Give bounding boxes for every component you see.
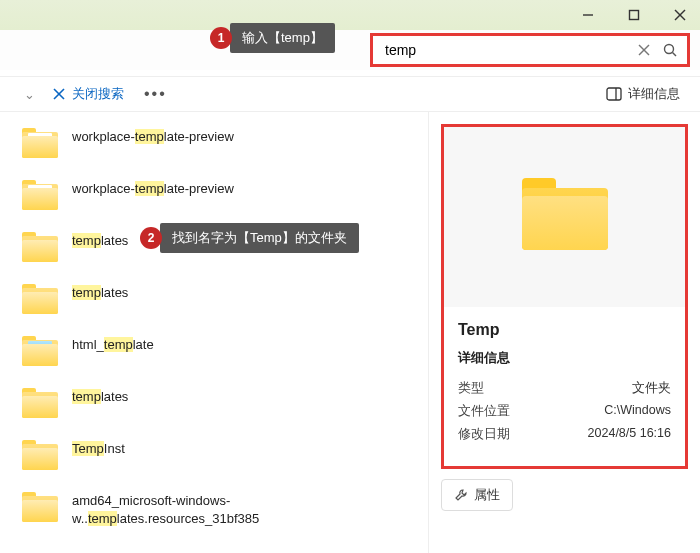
step-badge: 2 [140, 227, 162, 249]
list-item[interactable]: amd64_microsoft-windows-w..templates.res… [18, 486, 418, 542]
close-search-label: 关闭搜索 [72, 85, 124, 103]
search-results-list[interactable]: workplace-template-previewworkplace-temp… [0, 112, 428, 553]
list-item[interactable]: workplace-template-preview [18, 122, 418, 174]
file-name-label: workplace-template-preview [72, 128, 234, 146]
list-item[interactable]: templates [18, 278, 418, 330]
svg-point-6 [665, 45, 674, 54]
file-name-label: templates [72, 232, 128, 250]
preview-thumbnail [444, 127, 685, 307]
file-name-label: templates [72, 284, 128, 302]
folder-icon [522, 182, 608, 252]
close-icon [52, 87, 66, 101]
step-text: 找到名字为【Temp】的文件夹 [160, 223, 359, 253]
details-icon [606, 87, 622, 101]
wrench-icon [454, 488, 468, 502]
folder-icon [22, 130, 58, 160]
folder-icon [22, 390, 58, 420]
close-search-button[interactable]: 关闭搜索 [52, 85, 124, 103]
search-input[interactable] [385, 42, 631, 58]
info-label: 修改日期 [458, 426, 510, 443]
details-pane-button[interactable]: 详细信息 [606, 85, 680, 103]
step-badge: 1 [210, 27, 232, 49]
annotation-step-1: 1 输入【temp】 [210, 23, 335, 53]
preview-section-title: 详细信息 [458, 349, 671, 367]
info-value: 文件夹 [632, 380, 671, 397]
svg-rect-1 [630, 11, 639, 20]
info-row-location: 文件位置 C:\Windows [458, 400, 671, 423]
file-name-label: amd64_microsoft-windows-w..templates.res… [72, 492, 259, 528]
info-value: C:\Windows [604, 403, 671, 420]
preview-item-name: Temp [458, 321, 671, 339]
step-text: 输入【temp】 [230, 23, 335, 53]
info-row-type: 类型 文件夹 [458, 377, 671, 400]
properties-label: 属性 [474, 486, 500, 504]
list-item[interactable]: html_template [18, 330, 418, 382]
clear-search-icon[interactable] [631, 37, 657, 63]
svg-rect-10 [607, 88, 621, 100]
main-area: workplace-template-previewworkplace-temp… [0, 112, 700, 553]
list-item[interactable]: TempInst [18, 434, 418, 486]
search-box [370, 33, 690, 67]
info-value: 2024/8/5 16:16 [588, 426, 671, 443]
close-window-button[interactable] [666, 4, 694, 26]
window-titlebar [0, 0, 700, 30]
annotation-step-2: 2 找到名字为【Temp】的文件夹 [140, 223, 359, 253]
search-icon[interactable] [657, 37, 683, 63]
maximize-button[interactable] [620, 4, 648, 26]
folder-icon [22, 286, 58, 316]
details-label: 详细信息 [628, 85, 680, 103]
folder-icon [22, 234, 58, 264]
minimize-button[interactable] [574, 4, 602, 26]
file-name-label: workplace-template-preview [72, 180, 234, 198]
file-name-label: html_template [72, 336, 154, 354]
preview-pane: Temp 详细信息 类型 文件夹 文件位置 C:\Windows 修改日期 20… [428, 112, 700, 553]
more-options-button[interactable]: ••• [138, 83, 173, 105]
toolbar: ⌄ 关闭搜索 ••• 详细信息 [0, 76, 700, 112]
properties-button[interactable]: 属性 [441, 479, 513, 511]
preview-highlight: Temp 详细信息 类型 文件夹 文件位置 C:\Windows 修改日期 20… [441, 124, 688, 469]
info-row-modified: 修改日期 2024/8/5 16:16 [458, 423, 671, 446]
folder-icon [22, 494, 58, 524]
file-name-label: TempInst [72, 440, 125, 458]
svg-line-7 [673, 53, 677, 57]
list-item[interactable]: templates [18, 382, 418, 434]
list-item[interactable]: workplace-template-preview [18, 174, 418, 226]
search-row [0, 30, 700, 70]
folder-icon [22, 442, 58, 472]
info-label: 类型 [458, 380, 484, 397]
folder-icon [22, 338, 58, 368]
chevron-down-icon[interactable]: ⌄ [20, 87, 38, 102]
file-name-label: templates [72, 388, 128, 406]
folder-icon [22, 182, 58, 212]
info-label: 文件位置 [458, 403, 510, 420]
